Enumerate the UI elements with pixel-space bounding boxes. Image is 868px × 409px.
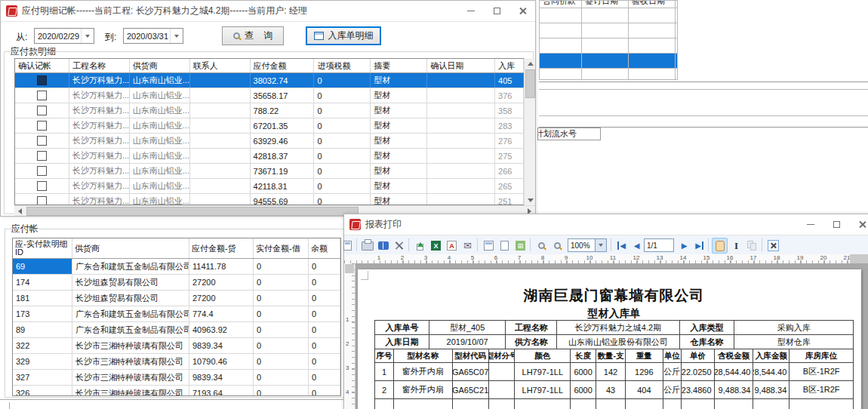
chevron-down-icon[interactable]: [81, 29, 94, 43]
scroll-left-icon[interactable]: [14, 206, 26, 217]
table-row[interactable]: 322长沙市三湘特种玻璃有限公司9839.3400: [13, 338, 340, 354]
column-header[interactable]: 摘要: [371, 59, 427, 72]
minimize-button[interactable]: [458, 1, 484, 21]
vertical-scrollbar[interactable]: [524, 58, 535, 205]
table-row[interactable]: 173广东合和建筑五金制品有限公司774.400: [13, 306, 340, 322]
table-row[interactable]: 长沙万科魅力...山东南山铝业...73671.190型材266: [15, 164, 524, 179]
close-preview-icon[interactable]: [765, 238, 781, 254]
scrollbar-thumb[interactable]: [26, 207, 359, 216]
page-setup-icon[interactable]: [481, 238, 497, 254]
column-header[interactable]: 确认记帐: [15, 59, 69, 72]
tax-cell: 0: [314, 88, 371, 103]
multi-page-icon[interactable]: ⊞: [512, 238, 528, 254]
table-row[interactable]: [540, 38, 677, 54]
chevron-down-icon[interactable]: [595, 239, 606, 251]
confirm-checkbox[interactable]: [37, 181, 47, 191]
confirm-checkbox[interactable]: [37, 75, 47, 85]
scroll-up-icon[interactable]: [525, 58, 536, 69]
table-row[interactable]: 181长沙坦森贸易有限公司2720000: [13, 291, 340, 306]
next-page-button[interactable]: ▶: [676, 238, 692, 254]
column-header[interactable]: 应付金额-贷: [189, 238, 254, 258]
query-button[interactable]: 查 询: [222, 26, 284, 45]
receipt-detail-button-label: 入库单明细: [328, 29, 374, 42]
table-row[interactable]: [540, 8, 677, 23]
scrollbar-thumb[interactable]: [525, 69, 535, 98]
export-icon[interactable]: [412, 238, 428, 254]
table-row[interactable]: 89广东合和建筑五金制品有限公司40963.9200: [13, 322, 340, 338]
table-row[interactable]: 69广东合和建筑五金制品有限公司11411.7800: [13, 259, 340, 275]
confirm-checkbox[interactable]: [37, 136, 47, 146]
column-header[interactable]: 供货商: [72, 238, 189, 258]
confirm-checkbox[interactable]: [37, 106, 47, 115]
table-row[interactable]: 326长沙市三湘特种玻璃有限公司7193.6400: [13, 386, 340, 396]
confirm-checkbox[interactable]: [37, 196, 47, 205]
maximize-button[interactable]: [484, 1, 509, 21]
column-header[interactable]: 联系人: [190, 59, 251, 72]
close-button[interactable]: [849, 214, 868, 235]
column-header[interactable]: 合同价款: [540, 1, 582, 8]
tools-icon[interactable]: [391, 238, 407, 254]
table-row[interactable]: [540, 54, 677, 69]
scroll-down-icon[interactable]: [525, 195, 536, 205]
table-row[interactable]: 长沙万科魅力...山东南山铝业...38032.740型材405: [15, 73, 524, 88]
id-cell: 69: [13, 259, 72, 274]
receipt-detail-button[interactable]: 入库单明细: [306, 26, 381, 45]
table-row[interactable]: 长沙万科魅力...山东南山铝业...788.220型材358: [15, 103, 524, 118]
print-icon[interactable]: [359, 238, 375, 254]
close-button[interactable]: [509, 1, 535, 21]
hand-tool-icon[interactable]: [712, 238, 728, 254]
previous-page-button[interactable]: ◀: [629, 238, 645, 254]
table-row[interactable]: 长沙万科魅力...山东南山铝业...67201.350型材283: [15, 118, 524, 134]
mail-icon[interactable]: ✉: [460, 238, 476, 254]
supplier-cell: 长沙市三湘特种玻璃有限公司: [72, 386, 189, 396]
window-tool-icon[interactable]: [340, 238, 356, 254]
table-row[interactable]: 329长沙市三湘特种玻璃有限公司10790.4600: [13, 354, 340, 370]
confirm-checkbox[interactable]: [37, 166, 47, 176]
column-header[interactable]: 验收日期: [629, 1, 676, 8]
table-row[interactable]: 长沙万科魅力...山东南山铝业...94555.690型材251: [15, 194, 524, 205]
confirm-checkbox[interactable]: [37, 91, 47, 100]
column-header[interactable]: 工程名称: [69, 59, 130, 72]
column-header[interactable]: 入库: [495, 59, 524, 72]
minimize-button[interactable]: [798, 214, 823, 235]
copy-pages-icon[interactable]: [744, 238, 760, 254]
zoom-out-icon[interactable]: [549, 238, 565, 254]
table-row[interactable]: 长沙万科魅力...山东南山铝业...42118.310型材265: [15, 179, 524, 194]
text-select-tool-icon[interactable]: I: [728, 238, 744, 254]
column-header[interactable]: 余额: [309, 238, 340, 258]
table-row[interactable]: 174长沙坦森贸易有限公司2720000: [13, 275, 340, 291]
titlebar[interactable]: 报表打印: [344, 214, 868, 235]
pdf-export-icon[interactable]: A: [444, 238, 460, 254]
zoom-in-icon[interactable]: [534, 238, 549, 254]
to-date-picker[interactable]: 2020/03/31: [123, 28, 183, 44]
excel-export-icon[interactable]: X: [428, 238, 444, 254]
confirm-checkbox[interactable]: [37, 121, 47, 131]
table-row[interactable]: 长沙万科魅力...山东南山铝业...63929.460型材276: [15, 134, 524, 149]
table-row[interactable]: 长沙万科魅力...山东南山铝业...35658.170型材376: [15, 88, 524, 103]
column-header[interactable]: 进项税额: [314, 59, 371, 72]
balance-cell: 0: [309, 370, 340, 385]
table-row[interactable]: [540, 69, 677, 80]
first-page-button[interactable]: ◀: [614, 238, 629, 254]
preview-area[interactable]: 湖南巨晟门窗幕墙有限公司 型材入库单 入库单号型材_405工程名称长沙万科魅力之…: [355, 263, 868, 409]
page-number-input[interactable]: 1/1: [644, 238, 674, 252]
table-row[interactable]: 长沙万科魅力...山东南山铝业...42818.370型材275: [15, 149, 524, 164]
column-header[interactable]: 应-实付款明细ID: [13, 238, 72, 258]
column-header[interactable]: 实付金额-借: [254, 238, 309, 258]
table-row[interactable]: [540, 23, 677, 38]
column-header[interactable]: 签订日期: [582, 1, 629, 8]
column-header[interactable]: 确认日期: [427, 59, 495, 72]
confirm-checkbox[interactable]: [37, 151, 47, 161]
single-page-icon[interactable]: [497, 238, 512, 254]
from-date-picker[interactable]: 2020/02/29: [34, 28, 94, 44]
chevron-down-icon[interactable]: [170, 29, 183, 43]
column-header[interactable]: 供货商: [130, 59, 190, 72]
table-row[interactable]: 327长沙市三湘特种玻璃有限公司9839.3400: [13, 370, 340, 386]
last-page-button[interactable]: ▶: [691, 238, 707, 254]
book-icon[interactable]: [375, 238, 391, 254]
maximize-button[interactable]: [823, 214, 849, 235]
zoom-level-select[interactable]: 100%: [568, 238, 607, 252]
background-table: 合同价款签订日期验收日期: [539, 0, 678, 80]
titlebar[interactable]: 应付明细记帐------当前工程: 长沙万科魅力之城4.2期------当前用户…: [1, 1, 535, 22]
column-header[interactable]: 应付金额: [251, 59, 315, 72]
